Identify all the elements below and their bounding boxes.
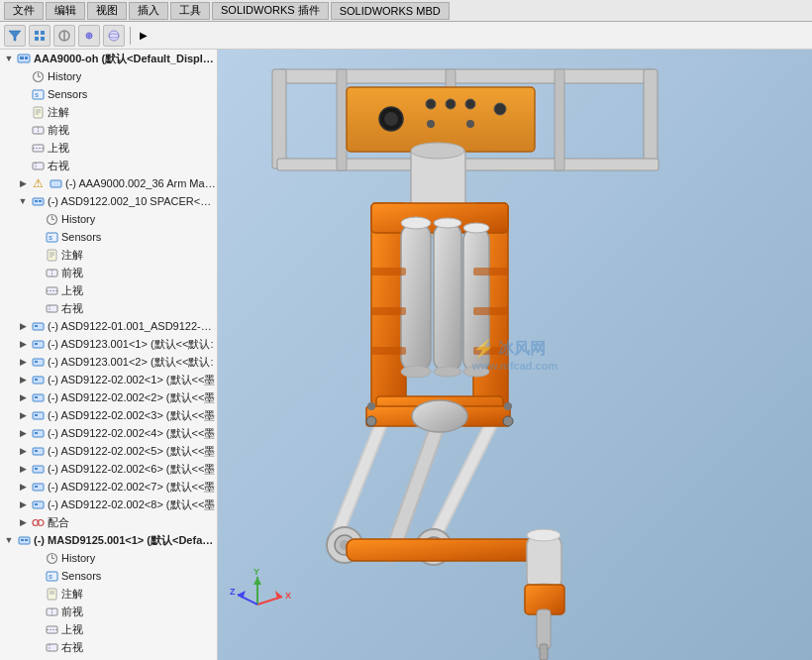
menu-tools[interactable]: 工具	[170, 2, 210, 20]
svg-rect-68	[35, 486, 38, 488]
sub-assembly-icon-4	[30, 354, 46, 370]
svg-rect-63	[33, 448, 44, 455]
warning-assembly-item[interactable]: ▶ ⚠ (-) AAA9000.002_36 Arm Max Str	[0, 174, 217, 192]
svg-point-121	[434, 367, 461, 377]
tree-root-item[interactable]: ▼ AAA9000-oh (默认<Default_Display State-	[0, 50, 217, 67]
front-view-icon-2	[44, 265, 59, 280]
annotation-item-2[interactable]: 注解	[0, 246, 217, 264]
svg-rect-66	[35, 468, 38, 470]
asd9122-02-6-label: (-) ASD9122-02.002<6> (默认<<墨	[48, 462, 215, 477]
menu-sw-mbd[interactable]: SOLIDWORKS MBD	[331, 2, 450, 20]
menu-sw-addins[interactable]: SOLIDWORKS 插件	[212, 2, 329, 20]
right-view-icon-2	[44, 300, 59, 316]
component-tool-btn[interactable]	[29, 25, 51, 47]
annotation-item-3[interactable]: 注解	[0, 585, 217, 603]
asd9122-02-3-label: (-) ASD9122-02.002<3> (默认<<墨	[48, 408, 215, 423]
asd9123-001-1-item[interactable]: ▶ (-) ASD9123.001<1> (默认<<默认:	[0, 335, 217, 353]
sensors-icon-1: S	[30, 86, 46, 102]
top-view-item-1[interactable]: 上视	[0, 139, 217, 157]
right-view-item-3[interactable]: 右视	[0, 638, 217, 656]
history-item-3[interactable]: History	[0, 549, 217, 567]
history-icon-2	[44, 211, 59, 227]
sphere-tool-btn[interactable]	[103, 25, 125, 47]
asd9122-002-item[interactable]: ▼ (-) ASD9122.002_10 SPACER<1> (默认	[0, 192, 217, 210]
svg-rect-96	[277, 159, 659, 170]
sub-assembly-icon-11	[30, 479, 46, 495]
asd9122-02-4-item[interactable]: ▶ (-) ASD9122-02.002<4> (默认<<墨	[0, 424, 217, 442]
right-view-item-2[interactable]: 右视	[0, 299, 217, 317]
front-view-label-3: 前视	[61, 605, 83, 619]
svg-rect-95	[644, 69, 658, 168]
top-view-item-2[interactable]: 上视	[0, 281, 217, 299]
warning-assembly-arrow[interactable]: ▶	[16, 178, 30, 188]
asd9122-01-item[interactable]: ▶ (-) ASD9122-01.001_ASD9122-10<	[0, 317, 217, 335]
warning-assembly-label: (-) AAA9000.002_36 Arm Max Str	[65, 177, 217, 189]
svg-point-102	[384, 112, 398, 126]
svg-rect-47	[47, 305, 57, 312]
svg-rect-154	[371, 347, 406, 355]
masd9125-01-item[interactable]: ▶ (-) MASD9125-01.001<1> (默认<·	[0, 656, 217, 660]
svg-rect-70	[35, 503, 38, 505]
asd9122-02-7-item[interactable]: ▶ (-) ASD9122-02.002<7> (默认<<墨	[0, 478, 217, 495]
svg-point-105	[465, 99, 475, 109]
history-item-1[interactable]: History	[0, 67, 217, 85]
second-root-arrow[interactable]: ▼	[2, 535, 16, 545]
svg-rect-4	[41, 37, 45, 41]
asd9122-02-2-label: (-) ASD9122-02.002<2> (默认<<墨	[48, 390, 215, 405]
annotation-icon-3	[44, 586, 59, 602]
asd9123-001-2-item[interactable]: ▶ (-) ASD9123.001<2> (默认<<默认:	[0, 353, 217, 371]
svg-rect-33	[39, 200, 42, 202]
menu-file[interactable]: 文件	[4, 2, 44, 20]
right-view-icon-1	[30, 158, 46, 173]
svg-rect-57	[33, 394, 44, 401]
asd9122-02-6-item[interactable]: ▶ (-) ASD9122-02.002<6> (默认<<墨	[0, 460, 217, 478]
svg-rect-97	[337, 69, 347, 170]
front-view-item-3[interactable]: 前视	[0, 603, 217, 620]
asd9122-02-1-item[interactable]: ▶ (-) ASD9122-02.002<1> (默认<<墨	[0, 371, 217, 388]
asd9123-001-1-label: (-) ASD9123.001<1> (默认<<默认:	[48, 337, 214, 352]
right-view-item-1[interactable]: 右视	[0, 157, 217, 174]
root-label: AAA9000-oh (默认<Default_Display State-	[34, 52, 217, 66]
expand-arrow[interactable]: ▶	[136, 28, 152, 43]
feature-tree-panel[interactable]: ▼ AAA9000-oh (默认<Default_Display State- …	[0, 50, 218, 660]
menu-edit[interactable]: 编辑	[46, 2, 85, 20]
3d-viewport[interactable]: X Y Z ⚡ 冰风网 www.mfcad.com	[218, 50, 812, 660]
svg-point-149	[504, 402, 512, 410]
annotation-item-1[interactable]: 注解	[0, 103, 217, 121]
svg-rect-30	[51, 180, 61, 187]
svg-point-132	[412, 400, 467, 432]
asd9122-02-5-item[interactable]: ▶ (-) ASD9122-02.002<5> (默认<<墨	[0, 442, 217, 460]
origin-tool-btn[interactable]	[78, 25, 100, 47]
asd9122-02-8-item[interactable]: ▶ (-) ASD9122-02.002<8> (默认<<墨	[0, 495, 217, 513]
menu-view[interactable]: 视图	[87, 2, 127, 20]
front-view-item-1[interactable]: 前视	[0, 121, 217, 139]
sensors-label-3: Sensors	[61, 570, 101, 582]
svg-rect-155	[473, 347, 508, 355]
front-view-item-2[interactable]: 前视	[0, 264, 217, 281]
sensors-item-2[interactable]: S Sensors	[0, 228, 217, 246]
asd9122-02-3-item[interactable]: ▶ (-) ASD9122-02.002<3> (默认<<墨	[0, 406, 217, 424]
sensors-item-3[interactable]: S Sensors	[0, 567, 217, 585]
mates-item[interactable]: ▶ 配合	[0, 513, 217, 531]
history-item-2[interactable]: History	[0, 210, 217, 228]
right-view-label-3: 右视	[61, 640, 83, 655]
front-view-icon-1	[30, 122, 46, 138]
asd9122-002-arrow[interactable]: ▼	[16, 196, 30, 206]
asd9122-02-2-item[interactable]: ▶ (-) ASD9122-02.002<2> (默认<<墨	[0, 388, 217, 406]
right-view-label-1: 右视	[48, 159, 69, 173]
tree-second-root-item[interactable]: ▼ (-) MASD9125.001<1> (默认<Default_	[0, 531, 217, 549]
sensors-item-1[interactable]: S Sensors	[0, 85, 217, 103]
asd9122-01-label: (-) ASD9122-01.001_ASD9122-10<	[48, 320, 217, 332]
svg-rect-64	[35, 450, 38, 452]
tool-bar: ▶	[0, 22, 812, 50]
root-expand-arrow[interactable]: ▼	[2, 54, 16, 63]
main-area: ▼ AAA9000-oh (默认<Default_Display State- …	[0, 50, 812, 660]
sub-assembly-icon-7	[30, 407, 46, 423]
svg-rect-50	[35, 325, 38, 327]
svg-point-106	[427, 120, 435, 128]
top-view-item-3[interactable]: 上视	[0, 620, 217, 638]
mates-tool-btn[interactable]	[53, 25, 75, 47]
menu-insert[interactable]: 插入	[129, 2, 168, 20]
front-view-label-2: 前视	[61, 266, 83, 280]
filter-tool-btn[interactable]	[4, 25, 26, 47]
